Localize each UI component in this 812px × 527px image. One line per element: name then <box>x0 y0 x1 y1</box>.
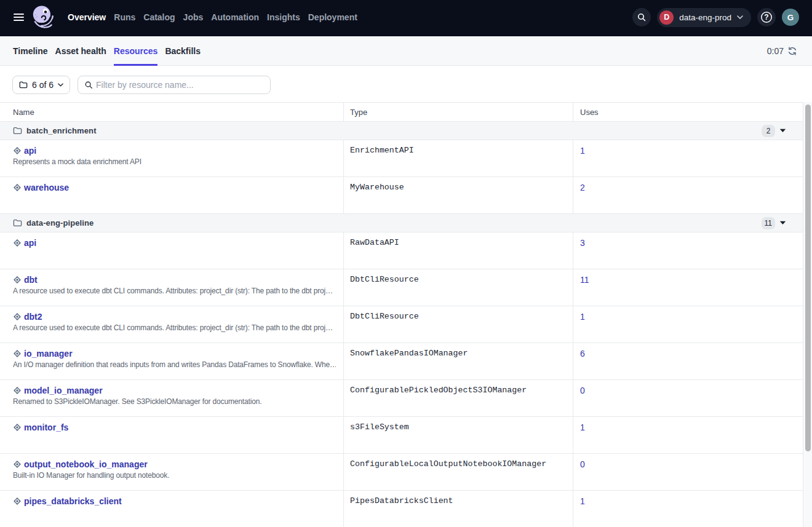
svg-text:?: ? <box>764 13 768 22</box>
